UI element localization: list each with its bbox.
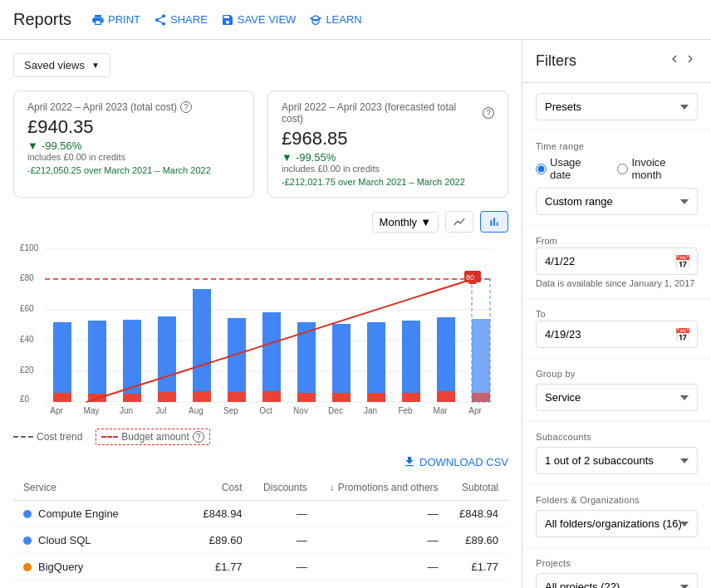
group-by-select[interactable]: Service: [536, 384, 698, 411]
to-section: To 📅: [522, 299, 711, 359]
cell-service-3: Cloud Storage: [13, 581, 192, 589]
from-date-wrap: 📅: [536, 247, 698, 275]
cell-subtotal-0: £848.94: [449, 501, 508, 527]
summary-cards: April 2022 – April 2023 (total cost) ? £…: [13, 91, 508, 198]
card-period-total: April 2022 – April 2023 (total cost) ?: [27, 101, 240, 113]
table-row: Cloud SQL £89.60 — — £89.60: [13, 527, 508, 554]
svg-text:£20: £20: [20, 365, 34, 375]
svg-rect-31: [367, 322, 385, 402]
svg-text:Dec: Dec: [328, 406, 343, 415]
from-to-section: From 📅 Data is available since January 1…: [522, 226, 711, 299]
line-chart-btn[interactable]: [445, 211, 473, 233]
help-icon-budget[interactable]: ?: [193, 431, 204, 443]
app-header: Reports PRINT SHARE SAVE VIEW LEARN: [0, 0, 711, 40]
bar-chart-btn[interactable]: [480, 211, 508, 233]
projects-label: Projects: [536, 558, 698, 568]
custom-range-select[interactable]: Custom range: [536, 188, 698, 215]
svg-text:May: May: [84, 406, 100, 415]
cell-cost-2: £1.77: [192, 554, 252, 581]
svg-text:£0: £0: [20, 394, 30, 404]
service-color-dot: [23, 537, 32, 545]
filters-panel: Filters Presets Time range Usage date: [522, 40, 711, 588]
folders-label: Folders & Organizations: [536, 495, 698, 505]
help-icon-total[interactable]: ?: [180, 101, 192, 113]
table-body: Compute Engine £848.94 — — £848.94 Cloud…: [13, 501, 508, 589]
cell-promotions-1: —: [317, 527, 449, 554]
svg-text:Sep: Sep: [223, 406, 238, 415]
share-icon: [154, 13, 167, 27]
svg-text:Nov: Nov: [293, 406, 308, 415]
to-date-input[interactable]: [536, 321, 698, 348]
bar-chart-icon: [488, 215, 501, 228]
svg-text:Oct: Oct: [259, 406, 272, 415]
usage-date-radio[interactable]: Usage date: [536, 156, 604, 181]
download-row: DOWNLOAD CSV: [13, 455, 508, 468]
svg-rect-37: [472, 319, 490, 402]
download-csv-button[interactable]: DOWNLOAD CSV: [403, 455, 508, 468]
cell-subtotal-3: £0.02: [449, 581, 508, 589]
to-date-wrap: 📅: [536, 321, 698, 348]
card-change-total: ▼ -99.56%: [27, 140, 240, 152]
cell-service-2: BigQuery: [13, 554, 192, 581]
learn-button[interactable]: LEARN: [309, 13, 361, 27]
cell-cost-0: £848.94: [192, 501, 252, 527]
invoice-month-radio[interactable]: Invoice month: [617, 156, 698, 181]
date-hint: Data is available since January 1, 2017: [536, 278, 698, 288]
projects-section: Projects All projects (22): [522, 548, 711, 588]
filters-header: Filters: [522, 40, 711, 83]
svg-rect-19: [158, 316, 176, 402]
table-row: BigQuery £1.77 — — £1.77: [13, 554, 508, 581]
table-row: Compute Engine £848.94 — — £848.94: [13, 501, 508, 527]
save-view-button[interactable]: SAVE VIEW: [221, 13, 297, 27]
print-icon: [91, 13, 105, 27]
group-by-label: Group by: [536, 369, 698, 379]
sort-icon[interactable]: ↓: [330, 482, 335, 493]
svg-rect-22: [193, 391, 211, 402]
cell-promotions-0: —: [317, 501, 449, 527]
chart-legend: Cost trend Budget amount ?: [13, 429, 508, 445]
svg-rect-13: [53, 322, 71, 402]
data-table: Service Cost Discounts ↓ Promotions and …: [13, 475, 508, 588]
svg-text:Jan: Jan: [364, 406, 377, 415]
col-promotions: ↓ Promotions and others: [317, 475, 449, 501]
subaccounts-label: Subaccounts: [536, 432, 698, 442]
saved-views-dropdown[interactable]: Saved views ▼: [13, 53, 110, 77]
svg-text:Apr: Apr: [468, 406, 482, 415]
calendar-icon-to[interactable]: 📅: [674, 326, 691, 342]
chevron-down-icon-monthly: ▼: [420, 216, 431, 228]
to-label: To: [536, 309, 698, 319]
share-button[interactable]: SHARE: [154, 13, 208, 27]
cost-trend-line: [13, 436, 33, 438]
svg-text:Feb: Feb: [398, 406, 413, 415]
svg-rect-24: [228, 392, 246, 402]
chart-controls-inner: Monthly ▼: [372, 211, 508, 233]
svg-rect-33: [402, 321, 420, 402]
main-layout: Saved views ▼ April 2022 – April 2023 (t…: [0, 40, 711, 588]
cell-discounts-1: —: [253, 527, 317, 554]
cell-cost-3: £0.02: [192, 581, 252, 589]
card-amount-total: £940.35: [27, 116, 240, 138]
folders-section: Folders & Organizations All folders/orga…: [522, 485, 711, 548]
content-area: Saved views ▼ April 2022 – April 2023 (t…: [0, 40, 522, 588]
service-color-dot: [23, 510, 32, 518]
svg-rect-21: [193, 289, 211, 402]
from-date-input[interactable]: [536, 247, 698, 275]
chevron-down-icon: ▼: [91, 61, 100, 70]
projects-select[interactable]: All projects (22): [536, 573, 698, 588]
cell-cost-1: £89.60: [192, 527, 252, 554]
collapse-filters-icon[interactable]: [667, 51, 698, 71]
svg-rect-35: [437, 317, 455, 402]
presets-select[interactable]: Presets: [536, 93, 698, 120]
legend-cost-trend: Cost trend: [13, 431, 82, 443]
chart-area: £100 £80 £60 £40 £20 £0: [13, 239, 508, 422]
calendar-icon-from[interactable]: 📅: [674, 253, 691, 269]
subaccounts-select[interactable]: 1 out of 2 subaccounts: [536, 447, 698, 474]
monthly-dropdown[interactable]: Monthly ▼: [372, 212, 439, 233]
folders-select[interactable]: All folders/organizations (16): [536, 510, 698, 537]
print-button[interactable]: PRINT: [91, 13, 140, 27]
svg-rect-28: [297, 393, 316, 402]
saved-views-row: Saved views ▼: [13, 53, 508, 77]
svg-text:Apr: Apr: [50, 406, 63, 415]
svg-rect-25: [262, 312, 281, 402]
help-icon-forecasted[interactable]: ?: [483, 107, 494, 119]
